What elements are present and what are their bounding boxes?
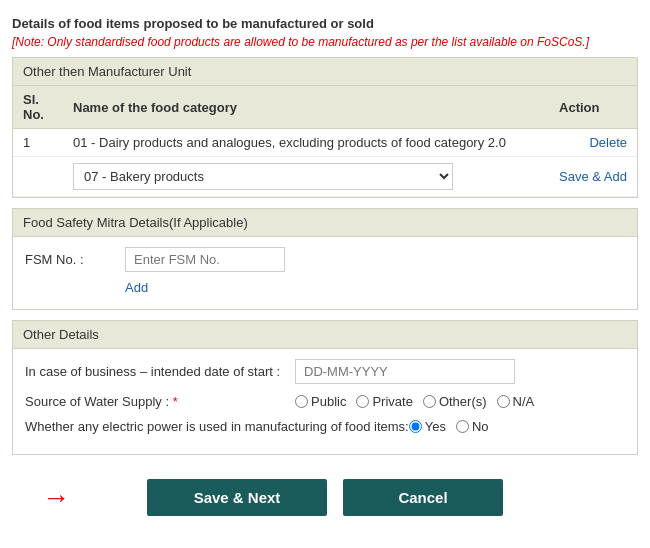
water-row: Source of Water Supply : * Public Privat… — [25, 394, 625, 409]
date-label: In case of business – intended date of s… — [25, 364, 295, 379]
other-details-header: Other Details — [13, 321, 637, 349]
save-add-cell: Save & Add — [549, 157, 637, 197]
electric-row: Whether any electric power is used in ma… — [25, 419, 625, 434]
fsm-card-header: Food Safety Mitra Details(If Applicable) — [13, 209, 637, 237]
required-star: * — [173, 394, 178, 409]
water-private-radio[interactable] — [356, 395, 369, 408]
electric-yes-label[interactable]: Yes — [409, 419, 446, 434]
table-row: 1 01 - Dairy products and analogues, exc… — [13, 129, 637, 157]
electric-radio-group: Yes No — [409, 419, 489, 434]
food-category-dropdown[interactable]: 07 - Bakery products 01 - Dairy products… — [73, 163, 453, 190]
water-others-text: Other(s) — [439, 394, 487, 409]
fsm-row: FSM No. : — [25, 247, 625, 272]
electric-no-radio[interactable] — [456, 420, 469, 433]
water-public-label[interactable]: Public — [295, 394, 346, 409]
electric-label: Whether any electric power is used in ma… — [25, 419, 409, 434]
water-public-radio[interactable] — [295, 395, 308, 408]
row-name: 01 - Dairy products and analogues, exclu… — [63, 129, 549, 157]
electric-yes-radio[interactable] — [409, 420, 422, 433]
save-add-link[interactable]: Save & Add — [559, 169, 627, 184]
fsm-card: Food Safety Mitra Details(If Applicable)… — [12, 208, 638, 310]
other-details-card: Other Details In case of business – inte… — [12, 320, 638, 455]
electric-no-text: No — [472, 419, 489, 434]
electric-yes-text: Yes — [425, 419, 446, 434]
water-na-text: N/A — [513, 394, 535, 409]
dropdown-row: 07 - Bakery products 01 - Dairy products… — [13, 157, 637, 197]
food-items-card-header: Other then Manufacturer Unit — [13, 58, 637, 86]
fsm-label: FSM No. : — [25, 252, 125, 267]
water-private-label[interactable]: Private — [356, 394, 412, 409]
footer-area: → Save & Next Cancel — [12, 465, 638, 526]
water-label: Source of Water Supply : * — [25, 394, 295, 409]
col-action: Action — [549, 86, 637, 129]
electric-no-label[interactable]: No — [456, 419, 489, 434]
page-title: Details of food items proposed to be man… — [12, 10, 638, 35]
fsm-input[interactable] — [125, 247, 285, 272]
cancel-button[interactable]: Cancel — [343, 479, 503, 516]
food-items-card: Other then Manufacturer Unit Sl. No. Nam… — [12, 57, 638, 198]
row-action: Delete — [549, 129, 637, 157]
water-na-radio[interactable] — [497, 395, 510, 408]
dropdown-slno — [13, 157, 63, 197]
delete-link[interactable]: Delete — [589, 135, 627, 150]
water-others-label[interactable]: Other(s) — [423, 394, 487, 409]
save-next-button[interactable]: Save & Next — [147, 479, 327, 516]
arrow-area: → — [42, 482, 70, 514]
dropdown-cell: 07 - Bakery products 01 - Dairy products… — [63, 157, 549, 197]
col-slno: Sl. No. — [13, 86, 63, 129]
add-link[interactable]: Add — [125, 280, 625, 295]
row-slno: 1 — [13, 129, 63, 157]
col-name: Name of the food category — [63, 86, 549, 129]
food-items-table: Sl. No. Name of the food category Action… — [13, 86, 637, 197]
note-text: [Note: Only standardised food products a… — [12, 35, 638, 49]
water-na-label[interactable]: N/A — [497, 394, 535, 409]
water-private-text: Private — [372, 394, 412, 409]
arrow-icon: → — [42, 482, 70, 514]
date-input[interactable] — [295, 359, 515, 384]
water-public-text: Public — [311, 394, 346, 409]
water-others-radio[interactable] — [423, 395, 436, 408]
date-row: In case of business – intended date of s… — [25, 359, 625, 384]
water-radio-group: Public Private Other(s) N/A — [295, 394, 534, 409]
